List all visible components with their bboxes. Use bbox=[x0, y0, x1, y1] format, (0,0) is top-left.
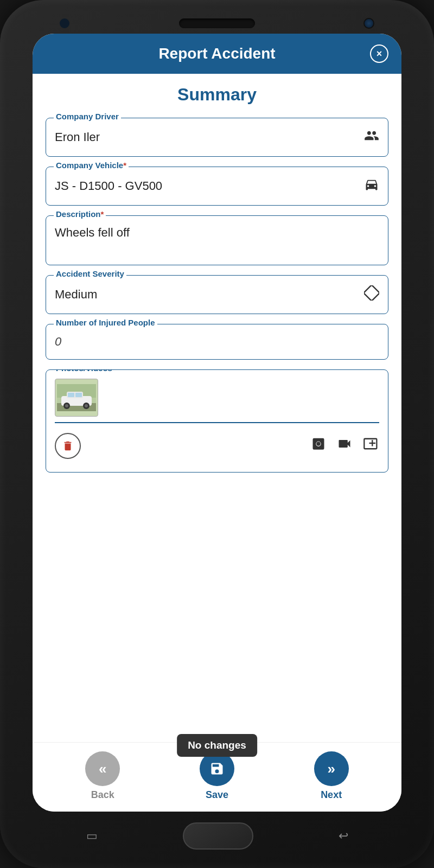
driver-icon bbox=[364, 128, 379, 146]
svg-rect-0 bbox=[364, 285, 379, 301]
no-changes-tooltip: No changes bbox=[177, 734, 257, 757]
app-content: Summary Company Driver Eron Iler Company… bbox=[33, 74, 401, 742]
save-nav-button[interactable]: Save bbox=[200, 751, 234, 801]
earpiece bbox=[60, 18, 69, 28]
save-label: Save bbox=[206, 789, 228, 801]
photos-actions-row bbox=[55, 429, 379, 463]
accident-severity-field: Accident Severity Medium bbox=[46, 275, 388, 314]
company-driver-value-row[interactable]: Eron Iler bbox=[46, 118, 388, 156]
severity-icon bbox=[364, 285, 379, 304]
back-icon: « bbox=[99, 761, 106, 777]
close-button[interactable]: × bbox=[370, 44, 388, 63]
phone-top-bar bbox=[11, 11, 423, 34]
phone-screen: Report Accident × Summary Company Driver… bbox=[33, 34, 401, 812]
video-icon[interactable] bbox=[337, 436, 352, 455]
back-system-icon[interactable]: ↩ bbox=[339, 829, 348, 843]
photo-thumbnail[interactable] bbox=[55, 379, 98, 417]
front-camera bbox=[363, 18, 374, 29]
phone-frame: Report Accident × Summary Company Driver… bbox=[0, 0, 434, 868]
back-circle: « bbox=[85, 751, 120, 786]
company-driver-value: Eron Iler bbox=[55, 130, 100, 144]
svg-rect-7 bbox=[75, 393, 82, 397]
svg-point-9 bbox=[65, 404, 68, 407]
description-label: Description* bbox=[54, 209, 106, 219]
home-button[interactable] bbox=[183, 822, 253, 850]
add-image-icon[interactable] bbox=[363, 436, 379, 455]
description-required-star: * bbox=[101, 209, 104, 219]
phone-nav-bar: ▭ ↩ bbox=[11, 817, 423, 857]
recent-apps-icon[interactable]: ▭ bbox=[86, 829, 98, 843]
injured-people-field: Number of Injured People 0 bbox=[46, 324, 388, 360]
vehicle-required-star: * bbox=[123, 161, 126, 170]
photos-content bbox=[46, 370, 388, 472]
company-vehicle-value: JS - D1500 - GV500 bbox=[55, 179, 162, 193]
description-value: Wheels fell off bbox=[55, 226, 130, 240]
app-header: Report Accident × bbox=[33, 34, 401, 74]
camera-icon[interactable] bbox=[311, 436, 326, 455]
next-icon: » bbox=[327, 761, 335, 777]
next-label: Next bbox=[321, 789, 342, 801]
company-vehicle-label: Company Vehicle* bbox=[54, 161, 129, 170]
app-bottom-nav: No changes « Back Save » bbox=[33, 742, 401, 812]
svg-rect-6 bbox=[68, 393, 74, 397]
injured-people-value: 0 bbox=[55, 335, 61, 349]
company-driver-label: Company Driver bbox=[54, 112, 121, 121]
section-title: Summary bbox=[46, 85, 388, 105]
next-circle: » bbox=[314, 751, 349, 786]
accident-severity-value: Medium bbox=[55, 288, 97, 302]
speaker-grille bbox=[179, 18, 255, 28]
company-vehicle-value-row[interactable]: JS - D1500 - GV500 bbox=[46, 167, 388, 205]
photo-car-image bbox=[55, 379, 98, 416]
photo-action-icons bbox=[311, 436, 379, 455]
photos-divider bbox=[55, 422, 379, 423]
accident-severity-value-row[interactable]: Medium bbox=[46, 276, 388, 314]
description-value-row[interactable]: Wheels fell off bbox=[46, 216, 388, 265]
photos-required-star: * bbox=[112, 369, 116, 373]
next-nav-button[interactable]: » Next bbox=[314, 751, 349, 801]
vehicle-icon bbox=[364, 177, 379, 195]
injured-people-value-row[interactable]: 0 bbox=[46, 324, 388, 359]
injured-people-label: Number of Injured People bbox=[54, 318, 157, 327]
accident-severity-label: Accident Severity bbox=[54, 269, 126, 278]
description-field: Description* Wheels fell off bbox=[46, 215, 388, 265]
app-title: Report Accident bbox=[64, 45, 370, 62]
photos-videos-label: Photos/Videos* bbox=[54, 369, 118, 373]
back-label: Back bbox=[91, 789, 114, 801]
delete-button[interactable] bbox=[55, 433, 81, 459]
photos-videos-field: Photos/Videos* bbox=[46, 369, 388, 473]
company-driver-field: Company Driver Eron Iler bbox=[46, 118, 388, 157]
back-nav-button[interactable]: « Back bbox=[85, 751, 120, 801]
company-vehicle-field: Company Vehicle* JS - D1500 - GV500 bbox=[46, 167, 388, 206]
svg-point-11 bbox=[85, 404, 88, 407]
